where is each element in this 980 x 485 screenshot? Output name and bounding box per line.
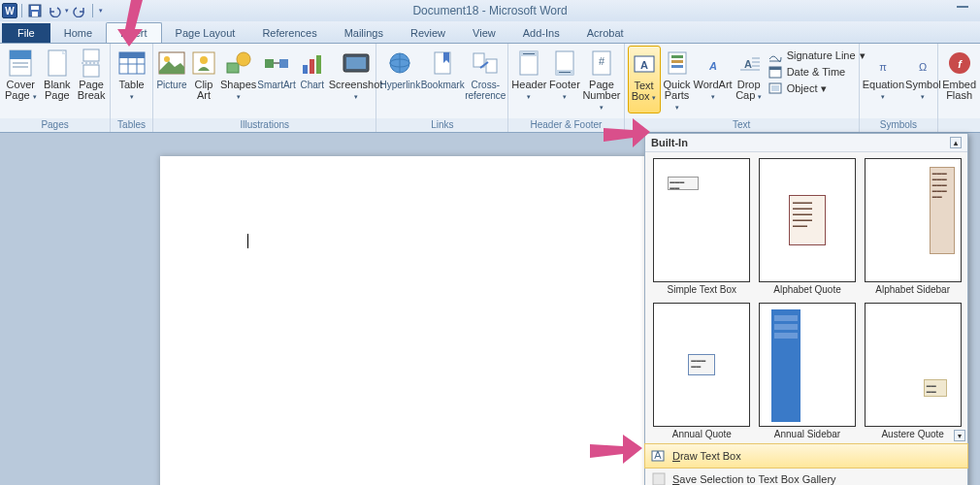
symbol-button[interactable]: Ω Symbol▾ [905, 46, 941, 113]
shapes-button[interactable]: Shapes▾ [220, 46, 256, 113]
svg-rect-10 [83, 65, 99, 77]
wordart-button[interactable]: A WordArt▾ [694, 46, 733, 113]
group-pages: CoverPage ▾ BlankPage PageBreak Pages [0, 44, 111, 132]
group-label-symbols: Symbols [860, 118, 938, 132]
date-time-icon [768, 64, 783, 80]
footer-button[interactable]: Footer▾ [547, 46, 581, 113]
signature-line-button[interactable]: Signature Line ▾ [768, 48, 866, 63]
bookmark-button[interactable]: Bookmark [421, 46, 464, 113]
svg-rect-38 [523, 53, 535, 54]
smartart-button[interactable]: SmartArt [257, 46, 295, 113]
svg-rect-26 [310, 59, 314, 74]
screenshot-button[interactable]: Screenshot▾ [329, 46, 383, 113]
chart-button[interactable]: Chart [297, 46, 328, 113]
signature-icon [768, 48, 783, 63]
svg-rect-35 [486, 59, 497, 73]
redo-button[interactable] [71, 2, 88, 19]
symbol-icon: Ω [907, 48, 938, 79]
ribbon: CoverPage ▾ BlankPage PageBreak Pages Ta… [0, 44, 980, 133]
draw-textbox-icon: A [651, 448, 667, 464]
text-box-icon: A [629, 48, 660, 80]
svg-text:A: A [640, 59, 648, 71]
gallery-item-annual-quote[interactable]: ▬▬▬▬▬ Annual Quote [649, 301, 755, 443]
cross-reference-button[interactable]: Cross-reference [465, 46, 506, 113]
embed-flash-button[interactable]: f EmbedFlash [941, 46, 977, 113]
gallery-item-simple-text-box[interactable]: ▬▬▬▬▬ Simple Text Box [649, 156, 755, 301]
cover-page-button[interactable]: CoverPage ▾ [3, 46, 39, 113]
svg-text:Ω: Ω [919, 61, 927, 73]
group-header-footer: Header▾ Footer▾ # PageNumber ▾ Header & … [508, 44, 624, 132]
group-text: A TextBox ▾ QuickParts ▾ A WordArt▾ A Dr… [625, 44, 860, 132]
smartart-icon [261, 48, 292, 79]
tab-review[interactable]: Review [397, 23, 459, 43]
picture-icon [156, 48, 187, 79]
text-box-gallery-dropdown: Built-In ▴ ▬▬▬▬▬ Simple Text Box ▬▬▬▬▬▬▬… [644, 133, 968, 485]
header-icon [513, 48, 544, 79]
undo-button[interactable] [46, 2, 63, 19]
svg-rect-67 [653, 473, 665, 485]
scroll-up-button[interactable]: ▴ [950, 137, 962, 148]
svg-rect-47 [671, 55, 683, 58]
gallery-item-annual-sidebar[interactable]: Annual Sidebar [755, 301, 861, 443]
quick-access-toolbar: W ▾ ▾ [0, 2, 105, 19]
text-box-button[interactable]: A TextBox ▾ [628, 46, 661, 113]
date-time-button[interactable]: Date & Time [768, 64, 866, 80]
tab-acrobat[interactable]: Acrobat [573, 23, 637, 43]
table-icon [116, 48, 147, 79]
svg-rect-21 [227, 63, 239, 73]
tab-view[interactable]: View [459, 23, 509, 43]
svg-rect-29 [346, 57, 366, 69]
svg-point-22 [237, 52, 250, 66]
minimize-button[interactable] [955, 4, 972, 17]
svg-rect-1 [31, 6, 39, 10]
equation-icon: π [867, 48, 898, 79]
hyperlink-button[interactable]: Hyperlink [379, 46, 420, 113]
gallery-item-alphabet-sidebar[interactable]: ▬▬▬▬▬▬▬▬▬▬▬▬▬▬ Alphabet Sidebar [860, 156, 965, 301]
object-button[interactable]: Object ▾ [768, 81, 866, 96]
svg-rect-24 [279, 59, 288, 68]
svg-rect-27 [316, 55, 321, 74]
equation-button[interactable]: π Equation▾ [863, 46, 904, 113]
group-label-flash [938, 118, 980, 132]
gallery-item-alphabet-quote[interactable]: ▬▬▬▬▬▬▬▬▬▬▬▬▬▬▬▬▬▬▬ Alphabet Quote [755, 156, 861, 301]
save-button[interactable] [26, 2, 44, 19]
group-label-text: Text [625, 118, 859, 132]
scroll-down-button[interactable]: ▾ [954, 430, 965, 441]
svg-rect-9 [83, 49, 99, 61]
drop-cap-icon: A [734, 48, 765, 79]
save-selection-icon [651, 471, 667, 485]
tab-page-layout[interactable]: Page Layout [162, 23, 249, 43]
quick-parts-button[interactable]: QuickParts ▾ [662, 46, 693, 113]
drop-cap-button[interactable]: A DropCap ▾ [734, 46, 765, 113]
clipart-button[interactable]: ClipArt [188, 46, 219, 113]
svg-rect-34 [474, 53, 484, 67]
draw-text-box-menu[interactable]: A DDraw Text Boxraw Text Box [644, 443, 968, 469]
group-label-headerfooter: Header & Footer [508, 118, 623, 132]
header-button[interactable]: Header▾ [511, 46, 546, 113]
svg-point-18 [164, 56, 170, 62]
svg-point-20 [200, 56, 208, 64]
group-links: Hyperlink Bookmark Cross-reference Links [376, 44, 508, 132]
footer-icon [549, 48, 580, 79]
svg-text:π: π [880, 61, 888, 73]
tab-mailings[interactable]: Mailings [331, 23, 397, 43]
group-label-pages: Pages [0, 118, 110, 132]
tab-references[interactable]: References [248, 23, 330, 43]
table-button[interactable]: Table▾ [114, 46, 149, 113]
tab-home[interactable]: Home [50, 23, 106, 43]
tab-insert[interactable]: Insert [106, 22, 162, 43]
gallery-item-austere-quote[interactable]: ▬▬▬▬ Austere Quote [860, 301, 965, 443]
wordart-icon: A [698, 48, 729, 79]
page-number-button[interactable]: # PageNumber ▾ [582, 46, 620, 113]
svg-rect-23 [265, 59, 274, 68]
page-break-button[interactable]: PageBreak [76, 46, 107, 113]
quick-parts-icon [662, 48, 693, 79]
tab-addins[interactable]: Add-Ins [509, 23, 573, 43]
object-icon [768, 81, 783, 96]
picture-button[interactable]: Picture [156, 46, 187, 113]
blank-page-button[interactable]: BlankPage [40, 46, 76, 113]
word-app-icon[interactable]: W [2, 3, 17, 18]
svg-rect-49 [671, 65, 683, 68]
tab-file[interactable]: File [2, 23, 50, 43]
cover-page-icon [5, 48, 36, 79]
